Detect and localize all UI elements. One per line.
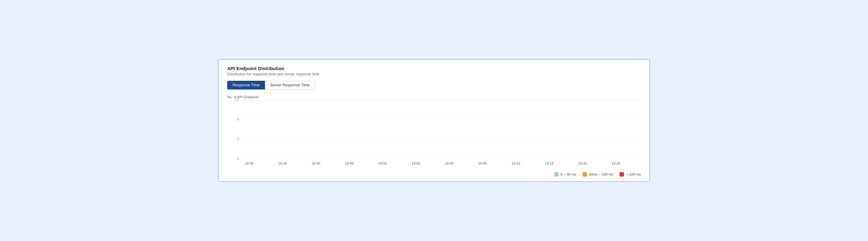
legend-swatch-red (620, 172, 624, 177)
x-tick: 18:55 (408, 161, 424, 165)
x-tick: 19:10 (507, 161, 524, 165)
chart-area: 12 8 4 0 18:3018:3518:4018:4518:5018:551… (227, 100, 641, 169)
main-card: API Endpoint Distribution Distribution f… (218, 59, 650, 182)
x-tick: 18:50 (374, 161, 391, 165)
legend-swatch-orange (583, 172, 587, 177)
legend-item-red: > 100 ms (620, 172, 641, 177)
card-subtitle: Distribution for response time and serve… (227, 72, 641, 77)
y-axis-label: No. of API Endpoints (227, 95, 641, 99)
tab-server-response-time[interactable]: Server Response Time (265, 81, 315, 90)
bars-container (241, 100, 641, 159)
card-title: API Endpoint Distribution (227, 66, 641, 71)
x-axis: 18:3018:3518:4018:4518:5018:5519:0019:05… (241, 160, 641, 169)
y-tick-12: 12 (229, 98, 239, 102)
x-tick: 18:30 (241, 161, 257, 165)
x-tick: 19:20 (574, 161, 591, 165)
legend-item-blue: 0 – 30 ms (554, 172, 577, 177)
x-tick: 19:25 (608, 161, 624, 165)
x-tick: 18:40 (308, 161, 324, 165)
legend-swatch-blue (554, 172, 559, 177)
legend-label-blue: 0 – 30 ms (560, 173, 577, 176)
x-tick: 18:45 (341, 161, 358, 165)
legend-label-orange: 30ms – 100 ms (589, 173, 614, 176)
legend: 0 – 30 ms 30ms – 100 ms > 100 ms (227, 172, 641, 177)
x-tick: 19:05 (474, 161, 491, 165)
tab-response-time[interactable]: Response Time (227, 81, 265, 90)
legend-label-red: > 100 ms (626, 173, 641, 176)
x-tick: 19:00 (441, 161, 458, 165)
y-tick-0: 0 (229, 156, 239, 160)
y-tick-4: 4 (229, 137, 239, 141)
y-tick-8: 8 (229, 117, 239, 121)
legend-item-orange: 30ms – 100 ms (583, 172, 614, 177)
x-tick: 18:35 (274, 161, 291, 165)
x-tick: 19:15 (541, 161, 558, 165)
tab-bar: Response Time Server Response Time (227, 81, 641, 90)
